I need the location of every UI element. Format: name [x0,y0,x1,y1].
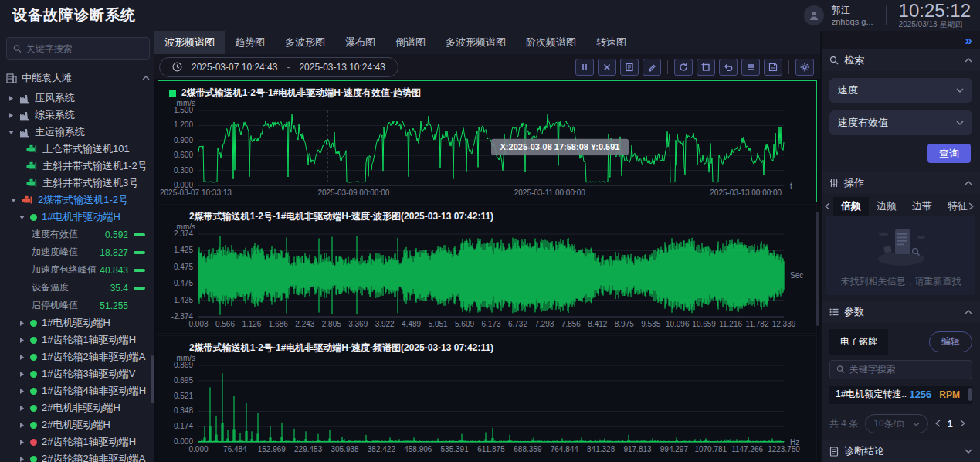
tree-item[interactable]: 主斜井带式输送机1-2号 [6,158,150,175]
tree-item[interactable]: 综采系统 [6,107,150,124]
tree-root[interactable]: 中能袁大滩 [6,70,150,87]
edit-button[interactable]: 编辑 [929,331,972,352]
avatar[interactable] [804,5,824,25]
chevron-up-icon[interactable] [965,58,972,63]
tree-arrow[interactable] [19,439,25,446]
search-section-header[interactable]: 检索 [822,49,980,71]
list-button[interactable] [741,59,760,76]
sidebar-scrollbar[interactable] [151,355,154,403]
tree-metric[interactable]: 加速度峰值18.827 [6,243,150,261]
trend-chart[interactable]: 1.5001.2000.9000.6000.3000.000mm/s2025-0… [158,100,812,199]
band-marker-button[interactable] [620,59,639,76]
date-range-picker[interactable]: 2025-03-07 10:24:43 - 2025-03-13 10:24:4… [159,57,398,77]
tree-item[interactable]: 1#齿轮箱3轴驱动端V [6,365,150,382]
tree-arrow[interactable] [19,371,25,378]
chevron-up-icon[interactable] [142,76,150,80]
tab-nameplate[interactable]: 电子铭牌 [829,329,888,355]
tree-arrow[interactable] [19,388,25,395]
tree-item[interactable]: 2#电机非驱动端H [6,399,150,416]
tree-item[interactable]: 1#齿轮箱4轴非驱动端H [6,382,150,399]
pause-button[interactable] [575,59,594,76]
param-row[interactable]: 1#电机额定转速.. 1256 RPM [829,386,972,404]
main-tab-5[interactable]: 倒谱图 [385,31,436,54]
params-section-header[interactable]: 参数 [822,301,980,323]
svg-text:0.300: 0.300 [174,166,193,175]
tree-metric[interactable]: 启停机峰值51.255 [6,297,150,314]
tree-arrow[interactable] [19,354,25,361]
tree-arrow[interactable] [8,95,15,102]
tree-metric[interactable]: 速度有效值0.592 [6,226,150,243]
tree-arrow[interactable] [19,337,25,344]
ops-tab-3[interactable]: 边带 [904,197,940,216]
chevron-up-icon[interactable] [965,310,972,314]
charts-scrollbar[interactable] [816,212,819,326]
query-button[interactable]: 查询 [927,144,971,163]
refresh-button[interactable] [674,59,693,76]
tree-item[interactable]: 2#电机驱动端H [6,416,150,433]
crop-button[interactable] [697,59,715,76]
tree-item[interactable]: 主斜井带式输送机3号 [6,175,150,192]
svg-text:0.695: 0.695 [174,376,193,385]
param-list-scrollbar[interactable] [968,388,972,401]
tree-arrow[interactable] [8,129,15,136]
tree-item[interactable]: 1#电机非驱动端H [6,209,150,226]
undo-button[interactable] [719,59,738,76]
tree-item[interactable]: 压风系统 [6,90,150,107]
tree-metric[interactable]: 加速度包络峰值40.843 [6,261,150,279]
tree-metric[interactable]: 设备温度35.4 [6,279,150,297]
trend-chart-card[interactable]: 2煤带式输送机1-2号-1#电机非驱动端H-速度有效值-趋势图 1.5001.2… [158,80,817,202]
main-tab-8[interactable]: 转速图 [586,31,636,54]
tree-arrow[interactable] [19,456,25,462]
tree-arrow[interactable] [8,112,15,119]
spectrum-chart[interactable]: 0.8690.6950.5210.3480.1740.000mm/s0.0007… [158,355,812,455]
signal-type-select[interactable]: 速度 [829,78,972,103]
tree-item[interactable]: 1#齿轮箱1轴驱动端H [6,331,150,348]
current-page[interactable]: 1 [948,419,953,430]
main-tab-3[interactable]: 多波形图 [275,31,335,54]
tree-item[interactable]: 上仓带式输送机101 [6,141,150,158]
measure-type-select[interactable]: 速度有效值 [829,110,972,135]
tree-item[interactable]: 1#齿轮箱2轴非驱动端A [6,348,150,365]
tabs-scroll-right-icon[interactable] [968,202,977,210]
close-button[interactable] [598,59,616,76]
tree-arrow[interactable] [10,197,17,204]
collapse-panel-icon[interactable]: » [965,34,972,47]
sidebar-search-input[interactable] [26,43,143,54]
annotate-button[interactable] [643,59,661,76]
next-page-icon[interactable] [960,419,965,430]
diagnosis-section-header[interactable]: 诊断结论 [822,440,980,462]
tree-item[interactable]: 2煤带式输送机1-2号 [6,192,150,209]
waveform-chart-card[interactable]: 2煤带式输送机1-2号-1#电机非驱动端H-速度-波形图(2025-03-13 … [158,204,817,334]
main-tab-7[interactable]: 阶次频谱图 [516,31,586,54]
ops-tab-1[interactable]: 倍频 [833,197,869,216]
prev-page-icon[interactable] [935,419,941,430]
search-section-title: 检索 [844,53,864,67]
status-dot-green [30,214,37,221]
main-tab-2[interactable]: 趋势图 [225,31,275,54]
save-button[interactable] [764,59,782,76]
chevron-up-icon[interactable] [965,181,972,185]
tree-arrow[interactable] [19,422,25,429]
main-tab-1[interactable]: 波形频谱图 [154,31,225,54]
ops-tab-4[interactable]: 特征频 [940,197,968,216]
waveform-chart[interactable]: 2.3741.4250.475-0.475-1.425-2.374mm/s0.0… [158,223,812,330]
tree-item-label: 主运输系统 [35,125,85,139]
user-name[interactable]: 郭江 [832,5,873,16]
ops-section-header[interactable]: 操作 [822,172,980,194]
tree-item[interactable]: 1#电机驱动端H [6,314,150,331]
ops-tab-2[interactable]: 边频 [869,197,904,216]
page-size-select[interactable]: 10条/页 [865,414,928,433]
tree-arrow[interactable] [19,320,25,327]
spectrum-chart-card[interactable]: 2煤带式输送机1-2号-1#电机非驱动端H-速度-频谱图(2025-03-13 … [158,335,817,460]
settings-button[interactable] [795,59,814,76]
tree-item[interactable]: 主运输系统 [6,124,150,141]
tree-item[interactable]: 2#齿轮箱1轴驱动端H [6,433,150,450]
tree-arrow[interactable] [19,405,25,412]
main-tab-4[interactable]: 瀑布图 [335,31,385,54]
tree-item[interactable]: 2#齿轮箱2轴非驱动端A [6,450,150,462]
main-tab-6[interactable]: 多波形频谱图 [436,31,516,54]
tabs-scroll-left-icon[interactable] [825,202,833,210]
tree-arrow[interactable] [19,214,25,221]
chevron-down-icon[interactable] [965,449,972,454]
params-search-input[interactable] [849,364,965,375]
